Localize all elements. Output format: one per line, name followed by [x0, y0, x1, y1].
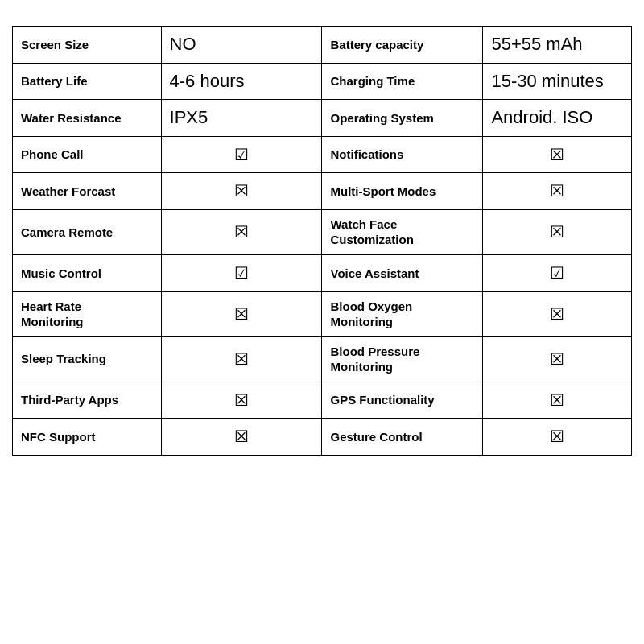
page-title	[12, 8, 632, 26]
check-tick-icon: ☑	[234, 262, 249, 283]
check-tick-icon: ☑	[550, 262, 564, 283]
check-x-icon: ☒	[234, 221, 249, 242]
table-row: Heart RateMonitoring☒Blood OxygenMonitor…	[13, 291, 632, 336]
left-value-5: ☒	[161, 209, 322, 254]
check-x-icon: ☒	[234, 390, 249, 411]
left-label-5: Camera Remote	[13, 209, 162, 254]
table-row: Sleep Tracking☒Blood PressureMonitoring☒	[13, 336, 632, 382]
check-x-icon: ☒	[550, 303, 564, 324]
left-value-4: ☒	[161, 173, 322, 210]
check-x-icon: ☒	[550, 349, 564, 369]
table-row: Phone Call☑Notifications☒	[13, 136, 632, 173]
left-label-7: Heart RateMonitoring	[13, 291, 162, 336]
table-row: Screen SizeNOBattery capacity55+55 mAh	[13, 27, 632, 64]
right-label-0: Battery capacity	[322, 27, 483, 64]
right-label-2: Operating System	[322, 100, 483, 137]
left-value-9: ☒	[161, 382, 322, 419]
left-label-1: Battery Life	[13, 63, 162, 100]
check-x-icon: ☒	[550, 221, 564, 242]
left-value-0: NO	[161, 27, 322, 64]
left-value-1: 4-6 hours	[161, 63, 322, 100]
right-value-0: 55+55 mAh	[483, 27, 632, 64]
right-label-6: Voice Assistant	[322, 254, 483, 291]
right-label-5: Watch FaceCustomization	[322, 209, 483, 254]
check-x-icon: ☒	[550, 144, 564, 165]
left-value-10: ☒	[161, 419, 322, 456]
right-value-2: Android. ISO	[483, 100, 632, 137]
check-x-icon: ☒	[234, 426, 249, 447]
right-value-3: ☒	[483, 136, 632, 173]
check-x-icon: ☒	[234, 180, 249, 201]
right-value-5: ☒	[483, 209, 632, 254]
right-label-9: GPS Functionality	[322, 382, 483, 419]
check-x-icon: ☒	[550, 180, 564, 201]
table-row: NFC Support☒Gesture Control☒	[13, 419, 632, 456]
table-row: Battery Life4-6 hoursCharging Time15-30 …	[13, 63, 632, 100]
right-value-8: ☒	[483, 336, 632, 382]
left-value-2: IPX5	[161, 100, 322, 137]
left-label-10: NFC Support	[13, 419, 162, 456]
right-value-4: ☒	[483, 173, 632, 210]
right-value-1: 15-30 minutes	[483, 63, 632, 100]
right-value-7: ☒	[483, 291, 632, 336]
left-label-6: Music Control	[13, 254, 162, 291]
left-label-3: Phone Call	[13, 136, 162, 173]
left-label-2: Water Resistance	[13, 100, 162, 137]
right-value-9: ☒	[483, 382, 632, 419]
check-x-icon: ☒	[234, 349, 249, 369]
table-row: Third-Party Apps☒GPS Functionality☒	[13, 382, 632, 419]
right-label-7: Blood OxygenMonitoring	[322, 291, 483, 336]
parameters-table: Screen SizeNOBattery capacity55+55 mAhBa…	[12, 26, 632, 456]
check-x-icon: ☒	[550, 426, 564, 447]
right-label-3: Notifications	[322, 136, 483, 173]
table-row: Camera Remote☒Watch FaceCustomization☒	[13, 209, 632, 254]
left-value-3: ☑	[161, 136, 322, 173]
left-value-6: ☑	[161, 254, 322, 291]
check-x-icon: ☒	[550, 390, 564, 411]
left-value-8: ☒	[161, 336, 322, 382]
right-value-6: ☑	[483, 254, 632, 291]
right-value-10: ☒	[483, 419, 632, 456]
table-row: Music Control☑Voice Assistant☑	[13, 254, 632, 291]
right-label-4: Multi-Sport Modes	[322, 173, 483, 210]
check-tick-icon: ☑	[234, 144, 249, 165]
left-label-0: Screen Size	[13, 27, 162, 64]
table-row: Weather Forcast☒Multi-Sport Modes☒	[13, 173, 632, 210]
left-value-7: ☒	[161, 291, 322, 336]
right-label-8: Blood PressureMonitoring	[322, 336, 483, 382]
right-label-1: Charging Time	[322, 63, 483, 100]
check-x-icon: ☒	[234, 303, 249, 324]
left-label-9: Third-Party Apps	[13, 382, 162, 419]
right-label-10: Gesture Control	[322, 419, 483, 456]
left-label-8: Sleep Tracking	[13, 336, 162, 382]
left-label-4: Weather Forcast	[13, 173, 162, 210]
table-row: Water ResistanceIPX5Operating SystemAndr…	[13, 100, 632, 137]
page-wrapper: Screen SizeNOBattery capacity55+55 mAhBa…	[0, 0, 644, 464]
